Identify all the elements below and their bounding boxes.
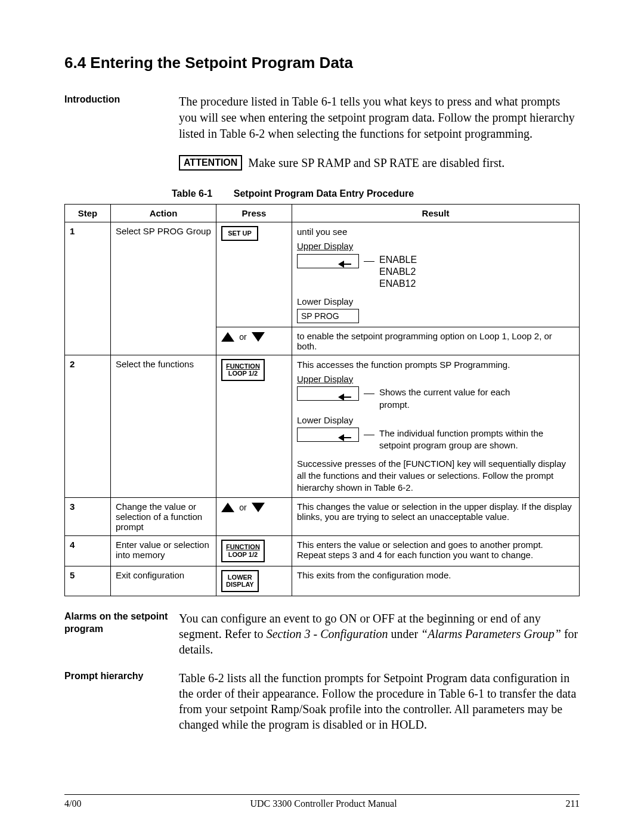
th-step: Step xyxy=(65,205,111,222)
key-line1: LOWER xyxy=(228,574,252,581)
down-arrow-icon xyxy=(252,332,265,342)
upper-display-label: Upper Display xyxy=(297,240,574,252)
result-cell: until you see Upper Display ENABLE ENABL… xyxy=(292,222,580,327)
upper-note: Shows the current value for each prompt. xyxy=(379,386,534,411)
step-num: 5 xyxy=(70,570,75,580)
or-text: or xyxy=(239,503,246,512)
table-row: 2 Select the functions FUNCTION LOOP 1/2… xyxy=(65,355,580,498)
lower-display-label: Lower Display xyxy=(297,414,574,426)
step-num: 2 xyxy=(70,359,75,369)
left-arrow-icon xyxy=(338,389,351,402)
result-cell: This enters the value or selection and g… xyxy=(292,536,580,566)
action-cell: Enter value or selection into memory xyxy=(111,536,216,566)
caption-right: Setpoint Program Data Entry Procedure xyxy=(234,188,414,199)
page-footer: 4/00 UDC 3300 Controller Product Manual … xyxy=(64,794,580,809)
th-result: Result xyxy=(292,205,580,222)
table-row: 3 Change the value or selection of a fun… xyxy=(65,498,580,536)
step-num: 1 xyxy=(70,226,75,236)
result-cell: This accesses the function prompts SP Pr… xyxy=(292,355,580,498)
intro-row: Introduction The procedure listed in Tab… xyxy=(64,94,580,142)
procedure-table: Step Action Press Result 1 Select SP PRO… xyxy=(64,204,580,596)
press-cell: or xyxy=(216,498,292,536)
press-cell: FUNCTION LOOP 1/2 xyxy=(216,355,292,498)
th-action: Action xyxy=(111,205,216,222)
press-cell: or xyxy=(216,327,292,355)
display-box xyxy=(297,428,359,442)
connector-line xyxy=(364,261,374,262)
up-arrow-icon xyxy=(221,332,234,342)
down-arrow-icon xyxy=(252,503,265,512)
lower-note: The individual function prompts within t… xyxy=(379,428,552,452)
step-cell: 1 xyxy=(65,222,111,355)
left-arrow-icon xyxy=(338,431,351,444)
key-line2: LOOP 1/2 xyxy=(228,370,258,377)
attention-box: ATTENTION xyxy=(179,155,242,171)
step-cell: 2 xyxy=(65,355,111,498)
press-cell: SET UP xyxy=(216,222,292,327)
up-arrow-icon xyxy=(221,503,234,512)
step-num: 4 xyxy=(70,540,75,550)
result-line: This accesses the function prompts SP Pr… xyxy=(297,359,574,371)
result-para2: Successive presses of the [FUNCTION] key… xyxy=(297,458,574,494)
table-caption: Table 6-1 Setpoint Program Data Entry Pr… xyxy=(64,188,580,199)
caption-left: Table 6-1 xyxy=(172,188,212,199)
display-box xyxy=(297,254,359,268)
action-cell: Exit configuration xyxy=(111,566,216,596)
attention-text: Make sure SP RAMP and SP RATE are disabl… xyxy=(248,156,504,169)
alarms-text: You can configure an event to go ON or O… xyxy=(179,611,580,657)
key-line2: DISPLAY xyxy=(226,581,254,588)
document-page: 6.4 Entering the Setpoint Program Data I… xyxy=(0,0,644,833)
connector-line xyxy=(364,435,374,435)
th-press: Press xyxy=(216,205,292,222)
display-box xyxy=(297,386,359,401)
step-cell: 3 xyxy=(65,498,111,536)
alarms-part-c: under xyxy=(388,627,422,640)
function-key-icon: FUNCTION LOOP 1/2 xyxy=(221,359,265,381)
key-line1: FUNCTION xyxy=(226,363,260,370)
intro-label: Introduction xyxy=(64,94,179,106)
display-box: SP PROG xyxy=(297,309,359,323)
key-line1: FUNCTION xyxy=(226,543,260,550)
table-row: 4 Enter value or selection into memory F… xyxy=(65,536,580,566)
left-arrow-icon xyxy=(338,257,351,270)
enable-option: ENABLE xyxy=(379,254,417,266)
result-cell: to enable the setpoint programming optio… xyxy=(292,327,580,355)
press-cell: FUNCTION LOOP 1/2 xyxy=(216,536,292,566)
lower-display-label: Lower Display xyxy=(297,296,359,308)
alarms-part-b: Section 3 - Configuration xyxy=(267,627,388,640)
result-cell: This changes the value or selection in t… xyxy=(292,498,580,536)
result-cell: This exits from the configuration mode. xyxy=(292,566,580,596)
table-row: 1 Select SP PROG Group SET UP until you … xyxy=(65,222,580,327)
step-cell: 5 xyxy=(65,566,111,596)
enable-option: ENABL2 xyxy=(379,266,417,278)
enable-option: ENAB12 xyxy=(379,278,417,290)
hierarchy-text: Table 6-2 lists all the function prompts… xyxy=(179,670,580,732)
hierarchy-label: Prompt hierarchy xyxy=(64,670,179,683)
connector-line xyxy=(364,394,374,394)
alarms-label: Alarms on the setpoint program xyxy=(64,611,179,636)
footer-left: 4/00 xyxy=(64,798,81,809)
lower-display-key-icon: LOWER DISPLAY xyxy=(221,570,259,592)
attention-row: ATTENTION Make sure SP RAMP and SP RATE … xyxy=(179,155,580,171)
or-text: or xyxy=(239,332,246,342)
footer-center: UDC 3300 Controller Product Manual xyxy=(250,798,397,809)
table-row: 5 Exit configuration LOWER DISPLAY This … xyxy=(65,566,580,596)
key-line2: LOOP 1/2 xyxy=(228,551,258,558)
intro-text: The procedure listed in Table 6-1 tells … xyxy=(179,94,580,142)
press-cell: LOWER DISPLAY xyxy=(216,566,292,596)
alarms-part-d: “Alarms Parameters Group” xyxy=(421,627,561,640)
alarms-row: Alarms on the setpoint program You can c… xyxy=(64,611,580,657)
section-title: 6.4 Entering the Setpoint Program Data xyxy=(64,54,580,72)
function-key-icon: FUNCTION LOOP 1/2 xyxy=(221,540,265,562)
upper-display-label: Upper Display xyxy=(297,373,574,385)
setup-key-icon: SET UP xyxy=(221,226,258,241)
hierarchy-row: Prompt hierarchy Table 6-2 lists all the… xyxy=(64,670,580,732)
step-cell: 4 xyxy=(65,536,111,566)
action-cell: Change the value or selection of a funct… xyxy=(111,498,216,536)
table-header-row: Step Action Press Result xyxy=(65,205,580,222)
action-cell: Select the functions xyxy=(111,355,216,498)
footer-right: 211 xyxy=(566,798,580,809)
result-intro: until you see xyxy=(297,227,347,237)
step-num: 3 xyxy=(70,501,75,512)
action-cell: Select SP PROG Group xyxy=(111,222,216,355)
